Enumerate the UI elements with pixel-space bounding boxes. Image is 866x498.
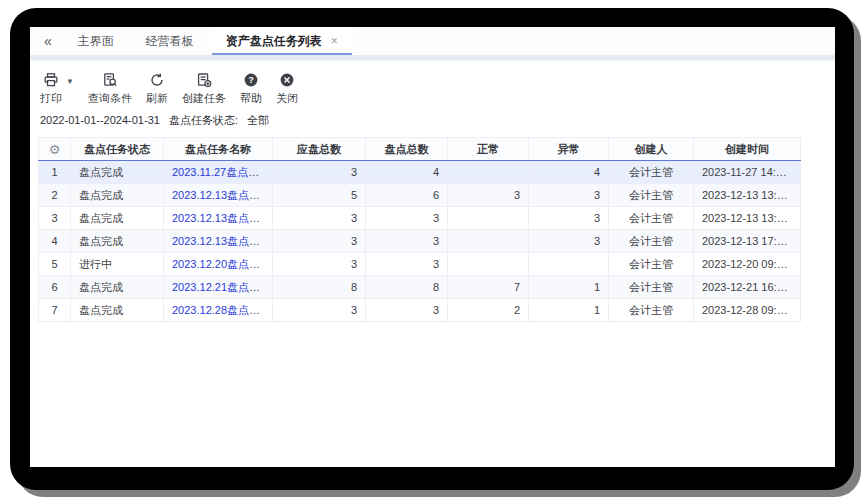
counted-total-cell: 6 <box>366 184 448 207</box>
row-number-cell: 2 <box>39 184 71 207</box>
table-row[interactable]: 4盘点完成2023.12.13盘点任务3333会计主管2023-12-13 17… <box>39 230 801 253</box>
abnormal-count-cell: 4 <box>529 161 609 184</box>
row-number-cell: 6 <box>39 276 71 299</box>
task-link[interactable]: 2023.12.21盘点任务1 <box>172 281 273 293</box>
col-header-abnormal: 异常 <box>529 138 609 161</box>
close-button[interactable]: 关闭 <box>276 72 298 106</box>
normal-count-cell <box>448 230 529 253</box>
normal-count-cell <box>448 161 529 184</box>
query-conditions-button[interactable]: 查询条件 <box>88 72 132 106</box>
creator-cell: 会计主管 <box>609 276 694 299</box>
close-label: 关闭 <box>276 91 298 106</box>
creator-cell: 会计主管 <box>609 253 694 276</box>
filter-status-value: 全部 <box>247 114 269 126</box>
abnormal-count-cell <box>529 253 609 276</box>
print-dropdown-icon[interactable]: ▼ <box>66 77 74 86</box>
tab-main-screen[interactable]: 主界面 <box>62 27 130 55</box>
column-settings-icon[interactable]: ⚙ <box>49 142 61 157</box>
table-row[interactable]: 2盘点完成2023.12.13盘点任务15633会计主管2023-12-13 1… <box>39 184 801 207</box>
task-link[interactable]: 2023.11.27盘点任务1 <box>172 166 273 178</box>
query-conditions-label: 查询条件 <box>88 91 132 106</box>
task-name-cell: 2023.12.28盘点任务1 <box>164 299 273 322</box>
tab-label: 资产盘点任务列表 <box>226 33 322 50</box>
table-row[interactable]: 1盘点完成2023.11.27盘点任务1344会计主管2023-11-27 14… <box>39 161 801 184</box>
expected-total-cell: 3 <box>273 299 366 322</box>
row-number-cell: 3 <box>39 207 71 230</box>
help-button[interactable]: ? 帮助 <box>240 72 262 106</box>
task-name-cell: 2023.12.13盘点任务3 <box>164 230 273 253</box>
task-name-cell: 2023.11.27盘点任务1 <box>164 161 273 184</box>
abnormal-count-cell: 3 <box>529 230 609 253</box>
row-number-cell: 4 <box>39 230 71 253</box>
table-row[interactable]: 7盘点完成2023.12.28盘点任务13321会计主管2023-12-28 0… <box>39 299 801 322</box>
creator-cell: 会计主管 <box>609 207 694 230</box>
created-time-cell: 2023-12-13 13:33:55 <box>694 184 801 207</box>
abnormal-count-cell: 1 <box>529 276 609 299</box>
tab-label: 经营看板 <box>146 33 194 50</box>
normal-count-cell: 3 <box>448 184 529 207</box>
tab-asset-inventory-task-list[interactable]: 资产盘点任务列表 × <box>210 27 354 55</box>
print-button-group: 打印 ▼ <box>40 72 74 106</box>
task-name-cell: 2023.12.20盘点任务1 <box>164 253 273 276</box>
table-row[interactable]: 6盘点完成2023.12.21盘点任务18871会计主管2023-12-21 1… <box>39 276 801 299</box>
counted-total-cell: 3 <box>366 253 448 276</box>
col-header-created-time: 创建时间 <box>694 138 801 161</box>
abnormal-count-cell: 3 <box>529 207 609 230</box>
task-name-cell: 2023.12.13盘点任务1 <box>164 184 273 207</box>
expected-total-cell: 3 <box>273 253 366 276</box>
help-icon: ? <box>243 72 259 88</box>
table-row[interactable]: 3盘点完成2023.12.13盘点任务2333会计主管2023-12-13 13… <box>39 207 801 230</box>
tab-business-dashboard[interactable]: 经营看板 <box>130 27 210 55</box>
row-number-cell: 7 <box>39 299 71 322</box>
counted-total-cell: 4 <box>366 161 448 184</box>
normal-count-cell: 2 <box>448 299 529 322</box>
printer-icon <box>43 72 59 88</box>
tabbar-divider <box>30 55 835 61</box>
row-number-cell: 5 <box>39 253 71 276</box>
close-icon <box>279 72 295 88</box>
created-time-cell: 2023-11-27 14:03:39 <box>694 161 801 184</box>
created-time-cell: 2023-12-28 09:58:36 <box>694 299 801 322</box>
filter-status-label: 盘点任务状态: <box>169 114 238 126</box>
expected-total-cell: 3 <box>273 207 366 230</box>
expected-total-cell: 5 <box>273 184 366 207</box>
status-cell: 盘点完成 <box>71 161 164 184</box>
print-button-label: 打印 <box>40 91 62 106</box>
column-settings-cell: ⚙ <box>39 138 71 161</box>
expected-total-cell: 3 <box>273 161 366 184</box>
task-link[interactable]: 2023.12.13盘点任务3 <box>172 235 273 247</box>
task-link[interactable]: 2023.12.13盘点任务2 <box>172 212 273 224</box>
task-link[interactable]: 2023.12.28盘点任务1 <box>172 304 273 316</box>
counted-total-cell: 3 <box>366 207 448 230</box>
app-window: « 主界面 经营看板 资产盘点任务列表 × <box>30 27 835 467</box>
status-cell: 盘点完成 <box>71 184 164 207</box>
task-link[interactable]: 2023.12.13盘点任务1 <box>172 189 273 201</box>
filter-summary: 2022-01-01--2024-01-31 盘点任务状态: 全部 <box>40 113 275 128</box>
create-task-button[interactable]: 创建任务 <box>182 72 226 106</box>
status-cell: 进行中 <box>71 253 164 276</box>
created-time-cell: 2023-12-13 17:11:22 <box>694 230 801 253</box>
screenshot-stage: « 主界面 经营看板 资产盘点任务列表 × <box>0 0 866 498</box>
refresh-button[interactable]: 刷新 <box>146 72 168 106</box>
print-button[interactable]: 打印 <box>40 72 62 106</box>
col-header-expected-total: 应盘总数 <box>273 138 366 161</box>
task-link[interactable]: 2023.12.20盘点任务1 <box>172 258 273 270</box>
col-header-task-name: 盘点任务名称 <box>164 138 273 161</box>
normal-count-cell <box>448 253 529 276</box>
close-tab-icon[interactable]: × <box>331 34 338 48</box>
task-table: ⚙ 盘点任务状态 盘点任务名称 应盘总数 盘点总数 正常 异常 创建人 创建时间… <box>38 137 801 322</box>
refresh-icon <box>149 72 165 88</box>
status-cell: 盘点完成 <box>71 276 164 299</box>
status-cell: 盘点完成 <box>71 207 164 230</box>
table-row[interactable]: 5进行中2023.12.20盘点任务133会计主管2023-12-20 09:2… <box>39 253 801 276</box>
collapse-tabs-button[interactable]: « <box>30 27 62 55</box>
tab-bar: « 主界面 经营看板 资产盘点任务列表 × <box>30 27 835 55</box>
col-header-creator: 创建人 <box>609 138 694 161</box>
expected-total-cell: 3 <box>273 230 366 253</box>
status-cell: 盘点完成 <box>71 299 164 322</box>
col-header-normal: 正常 <box>448 138 529 161</box>
col-header-counted-total: 盘点总数 <box>366 138 448 161</box>
creator-cell: 会计主管 <box>609 184 694 207</box>
table-header-row: ⚙ 盘点任务状态 盘点任务名称 应盘总数 盘点总数 正常 异常 创建人 创建时间 <box>39 138 801 161</box>
creator-cell: 会计主管 <box>609 161 694 184</box>
